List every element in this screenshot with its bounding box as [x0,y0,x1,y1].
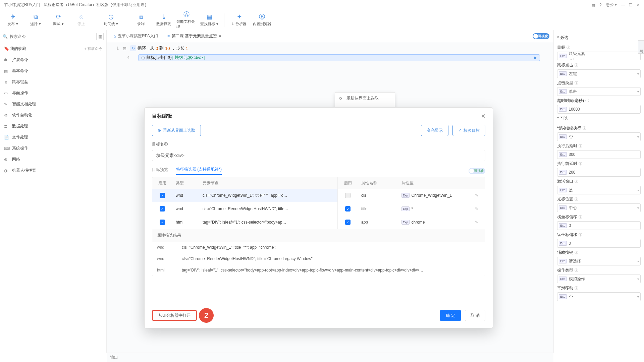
minimize-icon[interactable]: — [621,3,625,7]
toolbar-内置浏览器[interactable]: Ⓑ内置浏览器 [252,11,272,29]
element-row[interactable]: ✓htmltag="DIV"; isleaf="1"; css-selector… [152,216,337,229]
prop-field-click[interactable]: Exp左键▾ [557,69,641,78]
open-in-ui-analyzer-button[interactable]: 从UI分析器中打开 [152,310,197,321]
code-line-1[interactable]: 1 ⊟ ↻ 循环 i 从 0 到 10 ，步长 1 [107,44,553,53]
toolbar-智能文档处理[interactable]: Ⓐ智能文档处理 [176,11,197,29]
prop-section[interactable]: ^ 必选 [557,33,641,43]
sidebar-item[interactable]: ✎智能文档处理 [0,99,106,110]
toolbar-发布 ▾[interactable]: ✈发布 ▾ [3,11,23,29]
checkbox[interactable]: ✓ [160,193,165,198]
prop-section[interactable]: ^ 可选 [557,114,641,123]
prop-field-hoff[interactable]: Exp0 [557,221,641,230]
info-icon[interactable]: ⓘ [575,286,578,291]
info-icon[interactable]: ⓘ [575,179,578,184]
prop-field-ctype[interactable]: Exp单击▾ [557,87,641,96]
info-icon[interactable]: ⓘ [579,215,582,220]
tab-preview[interactable]: 目标预览 [152,167,168,175]
tab-filter[interactable]: 特征筛选器 (支持通配符*) [176,167,222,175]
prop-field-voff[interactable]: Exp0 [557,239,641,248]
edit-icon[interactable]: ✎ [472,206,485,211]
checkbox[interactable]: ✓ [160,220,165,225]
selected-step[interactable]: ⊙ 鼠标点击目标 [ 块级元素<div> ] ▶ [138,54,540,61]
edit-icon[interactable]: ✎ [472,193,485,198]
sidebar-item[interactable]: ▭界面操作 [0,87,106,99]
prop-field-aux[interactable]: Exp请选择▾ [557,257,641,265]
prop-field-smooth[interactable]: Exp否▾ [557,292,641,301]
close-icon[interactable]: ✕ [637,3,640,7]
checkbox[interactable] [345,193,351,198]
prop-field-optype[interactable]: Exp模拟操作▾ [557,275,641,283]
attribute-row[interactable]: ✓titleExp *✎ [338,202,485,216]
run-step-icon[interactable]: ▶ [534,55,537,60]
output-bar[interactable]: 输出 [107,353,553,362]
sidebar-item[interactable]: ◑机器人指挥官 [0,165,106,176]
checkbox[interactable]: ✓ [345,220,351,225]
cancel-button[interactable]: 取 消 [465,310,485,321]
element-row[interactable]: ✓wndcls="Chrome_RenderWidgetHostHWND"; t… [152,202,337,216]
info-icon[interactable]: ⓘ [575,197,578,202]
edit-icon[interactable]: ☐ [573,57,577,61]
attribute-row[interactable]: ✓appExp chrome✎ [338,216,485,229]
modal-visual-toggle[interactable]: 可视化 [474,169,484,173]
editor-tab[interactable]: ≡第二课 基于元素批量点赞 [163,30,225,42]
sidebar-item[interactable]: ≣数据处理 [0,121,106,132]
info-icon[interactable]: ⓘ [583,126,586,131]
sidebar-item[interactable]: 📄文件处理 [0,132,106,143]
sidebar-item[interactable]: ⚙软件自动化 [0,110,106,121]
prop-field-act[interactable]: Exp是▾ [557,186,641,194]
checkbox[interactable]: ✓ [160,206,165,212]
info-icon[interactable]: ⓘ [579,161,582,166]
verify-button[interactable]: ✓ 校验目标 [452,125,485,136]
editor-tab[interactable]: ⌂五节小课搞定RPA入门 [109,30,162,42]
toolbar-UI分析器[interactable]: ✦UI分析器 [229,11,249,29]
checkbox[interactable]: ✓ [345,206,351,212]
help-icon[interactable]: ? [599,3,602,7]
ok-button[interactable]: 确 定 [440,310,461,321]
reselect-button[interactable]: ⊕ 重新从界面上选取 [152,125,201,136]
apps-icon[interactable]: ▦ [592,3,595,7]
modal-close-button[interactable]: ✕ [481,113,485,119]
info-icon[interactable]: ⓘ [579,232,582,237]
side-tab-properties[interactable]: 属性 [638,40,644,54]
sidebar-item[interactable]: ▤基本命令 [0,65,106,76]
prop-field-after[interactable]: Exp300 [557,150,641,159]
info-icon[interactable]: ⓘ [575,63,578,68]
context-menu-item[interactable]: ⟳重新从界面上选取 [335,93,395,104]
target-name-input[interactable]: 块级元素<div> [152,150,485,161]
sidebar-item[interactable]: ⊕网络 [0,154,106,165]
toolbar-数据抓取[interactable]: ⤓数据抓取 [154,11,174,29]
fold-icon[interactable]: ⊟ [123,46,127,51]
sidebar-item[interactable]: ⌨系统操作 [0,143,106,154]
sidebar-item[interactable]: 🖱鼠标键盘 [0,76,106,87]
highlight-button[interactable]: 高亮显示 [421,125,448,136]
toolbar-调试 ▾[interactable]: ⟳调试 ▾ [48,11,68,29]
prop-field-before[interactable]: Exp200 [557,168,641,177]
info-icon[interactable]: ⓘ [579,143,582,148]
prop-field-target[interactable]: Exp块级元素▾☐ [557,52,641,60]
get-command-link[interactable]: + 获取命令 [85,46,102,51]
maximize-icon[interactable]: ❐ [629,3,633,7]
toolbar-查找目标 ▾[interactable]: ▦查找目标 ▾ [199,11,219,29]
info-icon[interactable]: ⓘ [567,45,570,50]
element-row[interactable]: ✓wndcls="Chrome_WidgetWin_1"; title="*";… [152,189,337,202]
prop-field-err[interactable]: Exp否▾ [557,132,641,141]
info-icon[interactable]: ⓘ [575,268,578,273]
user-menu[interactable]: 愚公 ▾ [606,2,617,8]
command-search-input[interactable] [10,34,94,39]
info-icon[interactable]: ⓘ [575,80,578,85]
edit-icon[interactable]: ✎ [472,220,485,225]
info-icon[interactable]: ⓘ [575,250,578,255]
toolbar-运行 ▾[interactable]: ⧉运行 ▾ [25,11,46,29]
toolbar-时间线 ▾[interactable]: ◷时间线 ▾ [101,11,121,29]
sidebar-item-favorites[interactable]: 🔖 我的收藏 + 获取命令 [0,43,106,54]
toolbar-停止[interactable]: ⦸停止 [71,11,91,29]
visual-toggle[interactable]: 可视化 [533,33,549,39]
code-line-4[interactable]: 4 ⊙ 鼠标点击目标 [ 块级元素<div> ] ▶ [107,53,553,62]
toolbar-录制[interactable]: ⧈录制 [131,11,151,29]
prop-field-timeout[interactable]: Exp10000 [557,105,641,114]
attribute-row[interactable]: clsExp Chrome_WidgetWin_1✎ [338,189,485,202]
toggle-list-icon[interactable]: ▥ [96,33,104,40]
sidebar-item[interactable]: ✱扩展命令 [0,54,106,65]
info-icon[interactable]: ⓘ [585,98,589,103]
prop-field-cursor[interactable]: Exp中心▾ [557,203,641,212]
